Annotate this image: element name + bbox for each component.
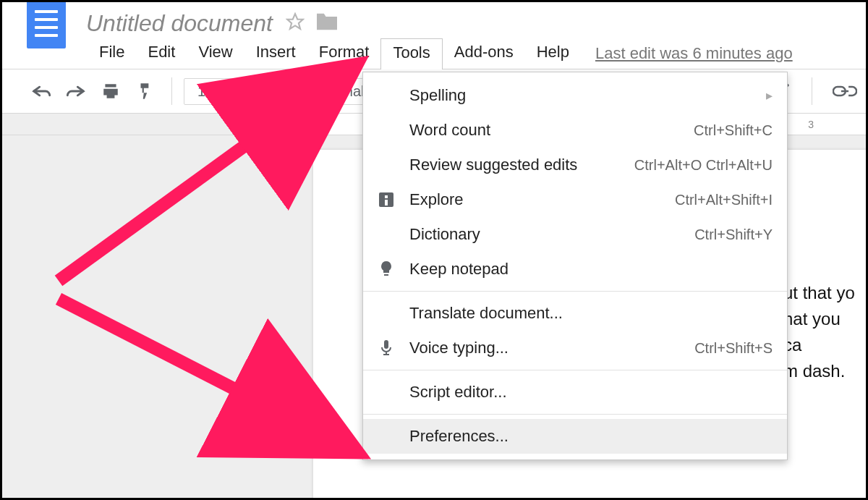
toolbar-separator xyxy=(812,77,812,105)
menu-item-dictionary[interactable]: Dictionary Ctrl+Shift+Y xyxy=(363,217,787,252)
menu-help[interactable]: Help xyxy=(525,38,581,69)
ruler-mark: 1 xyxy=(322,119,336,130)
menu-item-shortcut: Ctrl+Shift+S xyxy=(694,340,773,357)
menu-item-review-suggested-edits[interactable]: Review suggested edits Ctrl+Alt+O Ctrl+A… xyxy=(363,148,787,182)
menu-item-shortcut: Ctrl+Alt+Shift+I xyxy=(675,192,773,208)
star-icon[interactable] xyxy=(286,12,305,34)
ruler-mark: 3 xyxy=(808,119,822,130)
zoom-value: 100% xyxy=(197,83,234,100)
menu-item-keep-notepad[interactable]: Keep notepad xyxy=(363,252,787,287)
zoom-select[interactable]: 100% ▼ xyxy=(184,78,271,105)
menu-item-shortcut: Ctrl+Alt+O Ctrl+Alt+U xyxy=(634,157,773,174)
svg-marker-0 xyxy=(287,14,303,29)
docs-logo-icon[interactable] xyxy=(27,0,66,48)
caret-down-icon: ▼ xyxy=(243,86,252,96)
menu-tools[interactable]: Tools xyxy=(380,38,442,69)
menu-item-explore[interactable]: Explore Ctrl+Alt+Shift+I xyxy=(363,182,787,217)
submenu-arrow-icon: ▸ xyxy=(766,88,773,103)
menu-insert[interactable]: Insert xyxy=(244,38,307,69)
microphone-icon xyxy=(376,340,396,356)
menu-item-preferences[interactable]: Preferences... xyxy=(363,419,787,454)
menu-item-shortcut: Ctrl+Shift+C xyxy=(694,122,773,139)
menu-item-label: Dictionary xyxy=(409,225,681,244)
document-text: m dash. xyxy=(783,358,859,384)
menu-addons[interactable]: Add-ons xyxy=(443,38,525,69)
svg-rect-4 xyxy=(384,340,388,349)
last-edit-link[interactable]: Last edit was 6 minutes ago xyxy=(595,44,793,63)
menu-item-label: Explore xyxy=(409,190,662,209)
menu-item-label: Translate document... xyxy=(409,304,773,323)
menu-separator xyxy=(363,291,787,292)
menu-format[interactable]: Format xyxy=(307,38,381,69)
svg-rect-2 xyxy=(385,195,388,198)
menu-edit[interactable]: Edit xyxy=(136,38,187,69)
menu-item-label: Script editor... xyxy=(409,383,773,402)
tools-dropdown: Spelling ▸ Word count Ctrl+Shift+C Revie… xyxy=(362,72,788,460)
menu-item-shortcut: Ctrl+Shift+Y xyxy=(694,226,773,243)
menu-file[interactable]: File xyxy=(88,38,136,69)
svg-rect-3 xyxy=(385,200,388,205)
toolbar-separator xyxy=(171,77,172,105)
menu-item-label: Keep notepad xyxy=(409,260,773,279)
undo-button[interactable] xyxy=(27,77,56,106)
toolbar-separator xyxy=(283,77,284,105)
menu-item-label: Review suggested edits xyxy=(409,156,621,174)
document-title[interactable]: Untitled document xyxy=(86,10,273,37)
menu-item-label: Spelling xyxy=(409,86,753,105)
menubar: File Edit View Insert Format Tools Add-o… xyxy=(2,38,866,69)
menu-separator xyxy=(363,414,787,415)
menu-item-label: Voice typing... xyxy=(409,339,681,357)
menu-item-translate-document[interactable]: Translate document... xyxy=(363,296,787,331)
menu-view[interactable]: View xyxy=(187,38,244,69)
print-button[interactable] xyxy=(96,77,125,106)
menu-item-voice-typing[interactable]: Voice typing... Ctrl+Shift+S xyxy=(363,331,787,365)
document-text: ut that yo xyxy=(783,280,859,306)
menu-item-label: Preferences... xyxy=(409,427,773,446)
menu-separator xyxy=(363,370,787,370)
paint-format-button[interactable] xyxy=(131,77,160,106)
menu-item-word-count[interactable]: Word count Ctrl+Shift+C xyxy=(363,113,787,148)
insert-link-button[interactable] xyxy=(833,79,857,103)
lightbulb-icon xyxy=(376,261,396,277)
menu-item-script-editor[interactable]: Script editor... xyxy=(363,375,787,410)
folder-icon[interactable] xyxy=(315,12,339,35)
document-text: hat you ca xyxy=(783,306,859,358)
menu-item-spelling[interactable]: Spelling ▸ xyxy=(363,78,787,113)
menu-item-label: Word count xyxy=(409,121,681,140)
explore-icon xyxy=(376,192,396,207)
redo-button[interactable] xyxy=(61,77,90,106)
